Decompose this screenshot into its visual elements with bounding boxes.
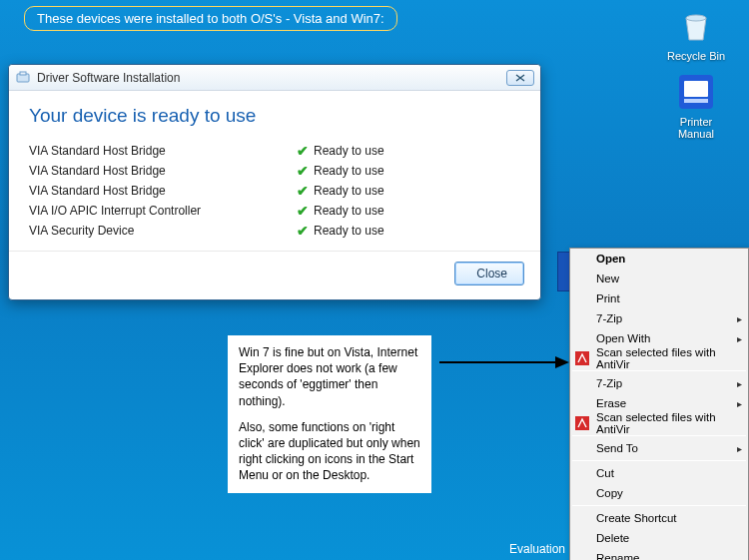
annotation-banner: These devices were installed to both O/S… [24, 6, 397, 31]
device-status: ✔Ready to use [297, 143, 384, 159]
svg-rect-3 [684, 99, 708, 103]
context-menu-label: New [596, 273, 619, 284]
evaluation-watermark: Evaluation [509, 542, 565, 556]
device-name: VIA Security Device [29, 224, 297, 238]
context-menu-item[interactable]: Erase [570, 393, 748, 413]
device-list: VIA Standard Host Bridge✔Ready to useVIA… [29, 141, 520, 241]
context-menu-item[interactable]: Create Shortcut [570, 508, 748, 528]
context-menu-label: Create Shortcut [596, 512, 677, 524]
context-menu-item[interactable]: New [570, 269, 748, 288]
checkmark-icon: ✔ [297, 183, 309, 199]
context-menu-separator [572, 505, 746, 506]
device-status: ✔Ready to use [297, 203, 384, 219]
context-menu-item[interactable]: Send To [570, 438, 748, 458]
device-status: ✔Ready to use [297, 183, 384, 199]
recycle-bin-icon [674, 4, 718, 48]
desktop-icon-printer-manual[interactable]: Printer Manual [661, 70, 731, 140]
context-menu-label: Open With [596, 332, 650, 344]
context-menu-label: Copy [596, 487, 623, 499]
dialog-headline: Your device is ready to use [29, 105, 520, 127]
context-menu-label: Print [596, 292, 620, 304]
svg-rect-2 [684, 81, 708, 97]
context-menu: OpenNewPrint7-ZipOpen WithScan selected … [569, 248, 749, 560]
context-menu-item[interactable]: Delete [570, 528, 748, 548]
desktop-icon-recycle-bin[interactable]: Recycle Bin [661, 4, 731, 62]
device-status: ✔Ready to use [297, 223, 384, 239]
context-menu-separator [572, 435, 746, 436]
note-paragraph: Win 7 is fine but on Vista, Internet Exp… [239, 344, 420, 409]
context-menu-item[interactable]: Scan selected files with AntiVir [570, 348, 748, 368]
svg-rect-5 [20, 72, 26, 75]
device-row: VIA Standard Host Bridge✔Ready to use [29, 181, 520, 201]
context-menu-item[interactable]: Open [570, 249, 748, 269]
context-menu-item[interactable]: Rename [570, 548, 748, 560]
svg-point-0 [686, 15, 706, 21]
context-menu-label: Scan selected files with AntiVir [596, 346, 742, 370]
device-name: VIA Standard Host Bridge [29, 144, 297, 158]
context-menu-label: Erase [596, 397, 626, 409]
context-menu-label: Scan selected files with AntiVir [596, 411, 742, 435]
device-name: VIA I/O APIC Interrupt Controller [29, 204, 297, 218]
annotation-arrow [439, 355, 569, 369]
context-menu-item[interactable]: Open With [570, 328, 748, 348]
context-menu-label: Open [596, 253, 625, 265]
device-row: VIA Security Device✔Ready to use [29, 221, 520, 241]
printer-manual-icon [674, 70, 718, 114]
annotation-note: Win 7 is fine but on Vista, Internet Exp… [228, 335, 431, 493]
context-menu-item[interactable]: Copy [570, 483, 748, 503]
checkmark-icon: ✔ [297, 163, 309, 179]
device-row: VIA I/O APIC Interrupt Controller✔Ready … [29, 201, 520, 221]
note-paragraph: Also, some functions on 'right click' ar… [239, 419, 420, 484]
context-menu-item[interactable]: Cut [570, 463, 748, 483]
antivir-icon [574, 350, 590, 366]
device-name: VIA Standard Host Bridge [29, 164, 297, 178]
context-menu-item[interactable]: Scan selected files with AntiVir [570, 413, 748, 433]
device-row: VIA Standard Host Bridge✔Ready to use [29, 161, 520, 181]
dialog-titlebar[interactable]: Driver Software Installation [9, 65, 540, 91]
device-name: VIA Standard Host Bridge [29, 184, 297, 198]
context-menu-item[interactable]: 7-Zip [570, 373, 748, 393]
context-menu-separator [572, 460, 746, 461]
antivir-icon [574, 415, 590, 431]
context-menu-label: 7-Zip [596, 312, 622, 324]
context-menu-label: Delete [596, 532, 629, 544]
dialog-icon [15, 70, 31, 86]
device-row: VIA Standard Host Bridge✔Ready to use [29, 141, 520, 161]
checkmark-icon: ✔ [297, 143, 309, 159]
svg-marker-7 [555, 356, 569, 368]
context-menu-label: Cut [596, 467, 614, 479]
desktop-icon-label: Printer [661, 116, 731, 128]
titlebar-close-button[interactable] [506, 70, 534, 86]
dialog-title: Driver Software Installation [37, 71, 180, 85]
device-status: ✔Ready to use [297, 163, 384, 179]
close-button[interactable]: Close [454, 262, 524, 285]
context-menu-separator [572, 370, 746, 371]
checkmark-icon: ✔ [297, 203, 309, 219]
checkmark-icon: ✔ [297, 223, 309, 239]
context-menu-label: 7-Zip [596, 377, 622, 389]
context-menu-label: Send To [596, 442, 638, 454]
context-menu-item[interactable]: 7-Zip [570, 308, 748, 328]
driver-install-dialog: Driver Software Installation Your device… [8, 64, 541, 300]
context-menu-label: Rename [596, 552, 639, 560]
context-menu-item[interactable]: Print [570, 288, 748, 308]
desktop-icon-label: Manual [661, 128, 731, 140]
desktop-icon-label: Recycle Bin [661, 50, 731, 62]
close-icon [515, 74, 525, 82]
